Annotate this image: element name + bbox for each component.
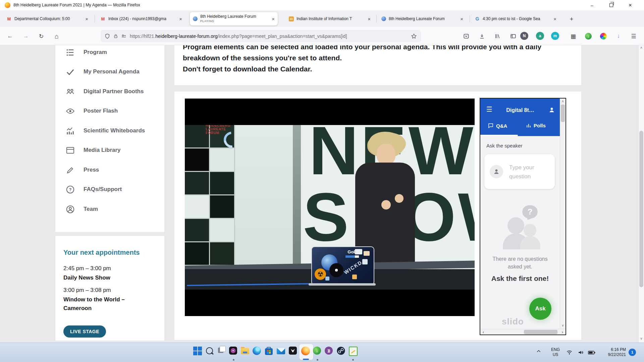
tab-close-icon[interactable]: × xyxy=(179,16,182,22)
minimize-button[interactable]: – xyxy=(584,0,600,10)
qa-scroll-left[interactable]: ‹ xyxy=(481,330,486,334)
pocket-icon[interactable] xyxy=(462,32,470,40)
tray-battery-icon[interactable] xyxy=(588,350,595,356)
tray-language-switcher[interactable]: ENGUS xyxy=(549,347,561,357)
sidebar-item-digital-partner-booths[interactable]: Digital Partner Booths xyxy=(55,85,164,98)
extension-n-icon[interactable]: N xyxy=(520,32,528,40)
question-input[interactable]: Type your question xyxy=(484,154,555,189)
new-tab-button[interactable]: + xyxy=(567,14,576,24)
question-circle-icon: ? xyxy=(66,185,75,194)
tab-close-icon[interactable]: × xyxy=(272,16,275,22)
extension-m-icon[interactable]: m xyxy=(551,32,559,40)
qa-scroll-down[interactable]: ˅ xyxy=(560,323,566,328)
sidebar-item-scientific-whiteboards[interactable]: Scientific Whiteboards xyxy=(55,125,164,137)
extension-a-icon[interactable]: a xyxy=(536,32,544,40)
taskbar-media-player-icon[interactable] xyxy=(229,347,238,355)
sidebar-item-press[interactable]: Press xyxy=(55,164,164,176)
home-button[interactable]: ⌂ xyxy=(52,32,62,41)
download-manager-icon[interactable]: ↓ xyxy=(614,32,623,40)
tab-hlf-second[interactable]: 8th Heidelberg Laureate Forum × xyxy=(378,12,466,25)
url-text: https://hlf21.heidelberg-laureate-forum.… xyxy=(130,34,411,39)
tray-volume-icon[interactable] xyxy=(578,349,584,357)
forward-button[interactable]: → xyxy=(21,32,31,41)
live-stage-button[interactable]: LIVE STAGE xyxy=(63,325,106,338)
tray-chevron-up-icon[interactable] xyxy=(536,349,541,355)
back-button[interactable]: ← xyxy=(5,32,15,41)
tab-departmental-colloquium[interactable]: M Departmental Colloquium: 5:00 × xyxy=(3,12,91,25)
lock-icon[interactable] xyxy=(113,34,118,39)
taskbar-task-view-button[interactable] xyxy=(217,347,226,355)
taskbar-store-icon[interactable] xyxy=(265,347,274,355)
bookmark-star-icon[interactable] xyxy=(411,33,417,39)
qa-event-title: Digital 8t… xyxy=(500,107,541,113)
notification-badge[interactable]: 1 xyxy=(629,349,636,356)
taskbar-start-button[interactable] xyxy=(193,347,202,355)
downloads-icon[interactable] xyxy=(478,32,486,40)
sidebar-item-program[interactable]: Program xyxy=(55,46,164,58)
qa-vertical-scrollbar[interactable]: ˄ ˅ xyxy=(560,99,566,329)
qa-profile-icon[interactable] xyxy=(548,107,555,113)
reload-button[interactable]: ↻ xyxy=(36,32,46,41)
qa-tab[interactable]: Q&A xyxy=(488,123,507,129)
eye-icon xyxy=(66,107,75,116)
extensions-grid-icon[interactable]: ▦ xyxy=(569,32,577,40)
presenter-hand xyxy=(381,200,391,209)
taskbar-edge-icon[interactable] xyxy=(253,347,261,355)
laptop: GoPro ☢ WICKD xyxy=(311,246,374,285)
ask-button[interactable]: Ask xyxy=(529,298,551,320)
app-menu-icon[interactable]: ☰ xyxy=(630,32,638,40)
tab-google-search[interactable]: G 4:30 pm cest to ist - Google Sea × xyxy=(472,12,559,25)
tray-clock[interactable]: 6:16 PM 9/22/2021 xyxy=(599,347,626,357)
qa-scroll-right[interactable]: › xyxy=(560,330,565,334)
restore-button[interactable] xyxy=(603,0,619,10)
taskbar-notepad-icon[interactable] xyxy=(349,347,358,355)
intro-line-3: Don't forget to download the Calendar. xyxy=(183,63,581,74)
tab-close-icon[interactable]: × xyxy=(368,16,371,22)
library-icon[interactable] xyxy=(493,32,501,40)
qa-hscroll-thumb[interactable] xyxy=(524,330,557,334)
tab-gmail-inbox[interactable]: M Inbox (224) - nspunn1993@gma × xyxy=(97,12,185,25)
taskbar-idm-icon[interactable]: ↓ xyxy=(313,347,322,355)
sidebar-item-my-personal-agenda[interactable]: My Personal Agenda xyxy=(55,66,164,78)
qa-menu-icon[interactable]: ☰ xyxy=(486,105,492,113)
slido-watermark: slido xyxy=(502,316,524,327)
taskbar-file-explorer-icon[interactable] xyxy=(241,347,250,355)
page-scrollbar[interactable]: ˄ ˅ xyxy=(638,45,644,343)
sidebar-item-faqs-support[interactable]: ? FAQs/Support xyxy=(55,183,164,195)
taskbar-mail-icon[interactable] xyxy=(277,347,285,355)
taskbar-tor-icon[interactable]: ))) xyxy=(325,347,333,355)
tab-close-icon[interactable]: × xyxy=(85,16,88,22)
color-wheel-icon[interactable] xyxy=(599,32,607,40)
qa-scroll-up[interactable]: ˄ xyxy=(560,99,566,104)
qa-horizontal-scrollbar[interactable]: ‹ › xyxy=(480,329,566,335)
polls-tab[interactable]: Polls xyxy=(526,123,546,128)
sidebar-item-media-library[interactable]: Media Library xyxy=(55,144,164,156)
tray-wifi-icon[interactable] xyxy=(566,349,573,357)
sidebar-item-poster-flash[interactable]: Poster Flash xyxy=(55,105,164,117)
sidebar-toggle-icon[interactable] xyxy=(509,32,517,40)
sidebar-item-team[interactable]: Team xyxy=(55,203,164,215)
ask-first-cta: Ask the first one! xyxy=(480,275,560,283)
video-player[interactable]: NEWS SHOW HEIDELBERG LAUREATE FORUM GoPr… xyxy=(185,99,475,316)
tab-hlf-active[interactable]: 8th Heidelberg Laureate Forum PLAYING × xyxy=(190,12,278,25)
tab-iiit[interactable]: 22 Indian Institute of Information T × xyxy=(286,12,374,25)
scrollbar-up-arrow[interactable]: ˄ xyxy=(639,46,643,50)
empty-state-illustration: ? xyxy=(503,205,544,252)
tracking-shield-icon[interactable] xyxy=(105,34,110,39)
taskbar-steam-icon[interactable] xyxy=(337,347,345,355)
close-button[interactable]: × xyxy=(623,0,638,10)
idm-extension-icon[interactable]: ↓ xyxy=(584,32,592,40)
taskbar-firefox-icon[interactable] xyxy=(301,347,310,355)
url-bar[interactable]: https://hlf21.heidelberg-laureate-forum.… xyxy=(101,30,421,42)
google-favicon: G xyxy=(475,16,480,21)
running-indicator-dot xyxy=(317,359,318,361)
qa-vscroll-thumb[interactable] xyxy=(561,105,565,122)
taskbar-predator-icon[interactable] xyxy=(289,347,298,355)
tab-close-icon[interactable]: × xyxy=(460,16,463,22)
scrollbar-down-arrow[interactable]: ˅ xyxy=(639,337,643,341)
permissions-icon[interactable] xyxy=(121,34,126,39)
scrollbar-thumb[interactable] xyxy=(639,131,643,287)
tab-close-icon[interactable]: × xyxy=(553,16,556,22)
ask-speaker-label: Ask the speaker xyxy=(486,143,523,148)
taskbar-search-button[interactable] xyxy=(205,347,214,355)
